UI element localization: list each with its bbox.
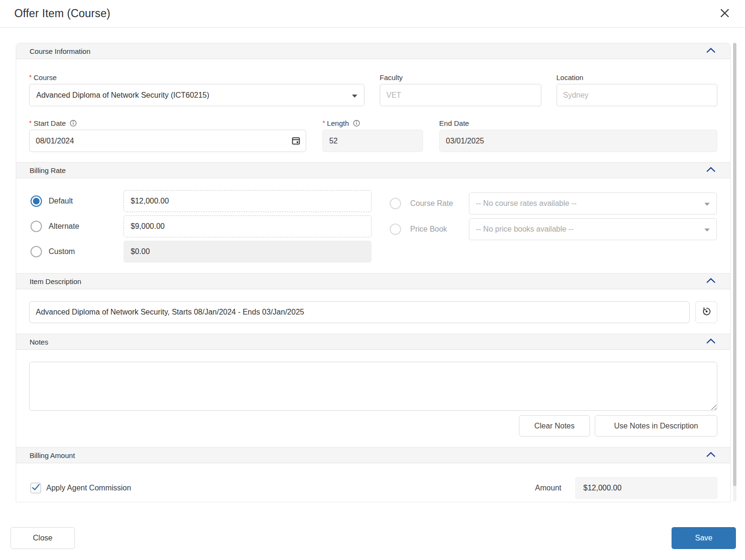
billing-option-custom: Custom [29,241,372,263]
billing-option-price-book: Price Book -- No price books available -… [388,218,717,240]
location-label: Location [557,73,718,81]
course-rate-radio-label: Course Rate [410,199,469,208]
required-marker: * [29,73,31,81]
notes-header: Notes [16,334,730,350]
billing-amount-body: Apply Agent Commission Amount [16,463,730,502]
close-modal-button[interactable]: Close [10,527,75,549]
start-date-input[interactable] [29,130,306,152]
custom-radio[interactable] [31,246,42,257]
course-select[interactable]: Advanced Diploma of Network Security (IC… [29,84,364,106]
chevron-up-icon [706,48,716,55]
start-date-label: *Start Date [29,119,306,127]
billing-option-alternate: Alternate [29,215,372,237]
billing-option-course-rate: Course Rate -- No course rates available… [388,193,717,214]
close-button[interactable] [716,6,733,22]
section-course-information: Course Information *Course Advanced Dipl… [16,43,731,163]
alternate-radio-label: Alternate [49,222,124,231]
info-icon [70,120,77,127]
section-billing-amount: Billing Amount Apply Agent Commission [16,447,731,502]
course-information-body: *Course Advanced Diploma of Network Secu… [16,59,730,162]
default-rate-input[interactable] [124,190,372,212]
info-icon [353,120,360,127]
chevron-up-icon [706,452,716,459]
caret-down-icon [704,225,710,234]
course-label: *Course [29,73,364,81]
calendar-icon[interactable] [291,136,300,147]
apply-agent-commission-label: Apply Agent Commission [46,484,131,492]
collapse-item-description-button[interactable] [705,277,717,286]
amount-input [575,477,717,499]
billing-rate-header: Billing Rate [16,163,730,178]
section-title: Billing Amount [30,451,75,459]
price-book-radio-label: Price Book [410,225,469,234]
billing-option-default: Default [29,190,372,212]
end-date-input [439,130,717,152]
reset-description-button[interactable] [695,301,717,323]
course-rate-select: -- No course rates available -- [469,193,717,214]
billing-amount-header: Billing Amount [16,448,730,463]
billing-rate-body: Default Alternate Custom Course Rate [16,178,730,273]
use-notes-in-description-button[interactable]: Use Notes in Description [595,415,717,437]
section-billing-rate: Billing Rate Default Alternate [16,162,731,274]
section-title: Billing Rate [30,166,66,174]
course-rate-radio [390,198,401,209]
reset-icon [701,306,712,318]
section-item-description: Item Description [16,273,731,334]
apply-agent-commission-checkbox[interactable] [31,483,41,493]
course-select-value: Advanced Diploma of Network Security (IC… [36,91,209,100]
course-information-header: Course Information [16,43,730,59]
required-marker: * [322,119,325,127]
alternate-radio[interactable] [31,221,42,232]
alternate-rate-input[interactable] [124,215,372,237]
vertical-scrollbar-thumb[interactable] [733,43,736,486]
clear-notes-button[interactable]: Clear Notes [519,415,590,437]
end-date-label: End Date [439,119,717,127]
section-title: Notes [30,338,48,346]
page-title: Offer Item (Course) [14,7,110,20]
price-book-radio [390,224,401,235]
chevron-up-icon [706,338,716,346]
faculty-input [380,84,541,106]
default-radio-label: Default [49,197,124,205]
collapse-notes-button[interactable] [705,337,717,346]
vertical-scrollbar-track[interactable] [733,43,736,501]
chevron-up-icon [706,278,716,285]
caret-down-icon [704,199,710,208]
required-marker: * [29,119,31,127]
section-notes: Notes Clear Notes Use Notes in Descripti… [16,334,731,448]
section-title: Course Information [30,47,91,55]
chevron-up-icon [706,167,716,174]
collapse-billing-rate-button[interactable] [705,166,717,175]
collapse-billing-amount-button[interactable] [705,451,717,460]
modal-footer: Close Save [0,502,745,549]
close-icon [720,8,730,20]
notes-body: Clear Notes Use Notes in Description [16,350,730,447]
notes-textarea[interactable] [29,362,717,411]
custom-rate-input [124,241,372,263]
modal-header: Offer Item (Course) [0,0,745,28]
section-title: Item Description [30,277,81,285]
faculty-label: Faculty [380,73,541,81]
check-icon [31,482,41,492]
item-description-input[interactable] [29,301,690,323]
item-description-header: Item Description [16,274,730,289]
price-book-select: -- No price books available -- [469,218,717,240]
custom-radio-label: Custom [49,247,124,256]
collapse-course-information-button[interactable] [705,47,717,56]
amount-label: Amount [535,484,561,492]
modal-scroll-area: Course Information *Course Advanced Dipl… [16,43,731,502]
length-input [322,130,423,152]
default-radio[interactable] [31,195,42,207]
save-button[interactable]: Save [672,527,736,549]
item-description-body [16,289,730,334]
course-rate-select-value: -- No course rates available -- [476,199,577,208]
price-book-select-value: -- No price books available -- [476,225,574,234]
location-input [557,84,718,106]
caret-down-icon [352,91,357,100]
length-label: *Length [322,119,423,127]
